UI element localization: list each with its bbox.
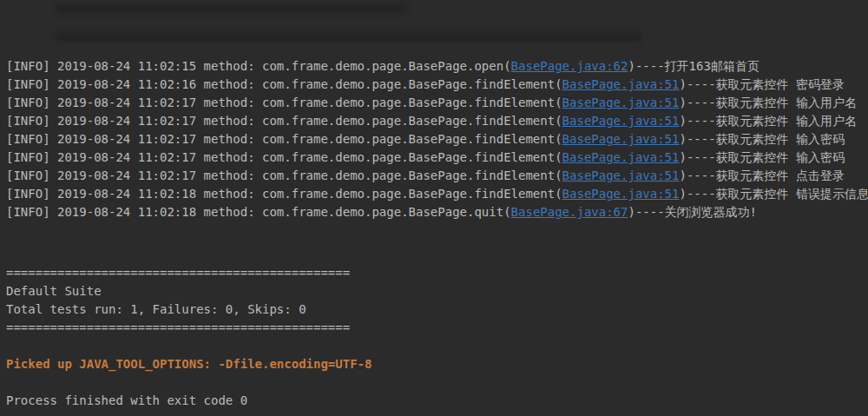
source-link[interactable]: BasePage.java:51 — [562, 187, 680, 201]
log-text: [INFO] 2019-08-24 11:02:17 method: com.f… — [6, 150, 562, 164]
log-line: [INFO] 2019-08-24 11:02:16 method: com.f… — [6, 76, 868, 94]
source-link[interactable]: BasePage.java:51 — [562, 114, 680, 128]
log-text: [INFO] 2019-08-24 11:02:16 method: com.f… — [6, 77, 562, 91]
log-text: [INFO] 2019-08-24 11:02:17 method: com.f… — [6, 114, 562, 128]
stderr-java-tool-options: Picked up JAVA_TOOL_OPTIONS: -Dfile.enco… — [6, 355, 868, 373]
log-line: [INFO] 2019-08-24 11:02:17 method: com.f… — [6, 149, 868, 167]
log-text: [INFO] 2019-08-24 11:02:18 method: com.f… — [6, 205, 511, 219]
log-text: )----获取元素控件 输入用户名 — [679, 114, 857, 128]
log-line: [INFO] 2019-08-24 11:02:17 method: com.f… — [6, 167, 868, 185]
redacted-smudge — [56, 32, 641, 42]
log-line: [INFO] 2019-08-24 11:02:17 method: com.f… — [6, 112, 868, 130]
log-text: [INFO] 2019-08-24 11:02:15 method: com.f… — [6, 59, 511, 73]
source-link[interactable]: BasePage.java:51 — [562, 96, 680, 109]
log-text: )----获取元素控件 输入用户名 — [679, 96, 857, 109]
source-link[interactable]: BasePage.java:51 — [562, 168, 680, 182]
log-text: )----打开163邮箱首页 — [628, 59, 759, 73]
blank-lines — [6, 221, 868, 264]
log-text: )----获取元素控件 输入密码 — [679, 132, 845, 146]
source-link[interactable]: BasePage.java:51 — [562, 150, 680, 164]
source-link[interactable]: BasePage.java:62 — [511, 59, 628, 73]
source-link[interactable]: BasePage.java:67 — [511, 205, 628, 219]
log-text: [INFO] 2019-08-24 11:02:17 method: com.f… — [6, 132, 562, 146]
suite-separator-top: ========================================… — [6, 264, 868, 282]
log-text: )----关闭浏览器成功! — [628, 205, 757, 219]
log-line: [INFO] 2019-08-24 11:02:17 method: com.f… — [6, 94, 868, 112]
log-text: [INFO] 2019-08-24 11:02:17 method: com.f… — [6, 96, 562, 109]
log-text: [INFO] 2019-08-24 11:02:18 method: com.f… — [6, 187, 562, 201]
console-output: [INFO] 2019-08-24 11:02:15 method: com.f… — [0, 0, 868, 416]
blank-line — [6, 373, 868, 392]
suite-name: Default Suite — [6, 282, 868, 300]
suite-separator-bottom: ========================================… — [6, 319, 868, 337]
source-link[interactable]: BasePage.java:51 — [562, 132, 680, 146]
log-text: [INFO] 2019-08-24 11:02:17 method: com.f… — [6, 168, 562, 182]
log-line: [INFO] 2019-08-24 11:02:17 method: com.f… — [6, 130, 868, 149]
suite-totals: Total tests run: 1, Failures: 0, Skips: … — [6, 300, 868, 319]
redacted-smudge — [56, 4, 407, 13]
log-text: )----获取元素控件 点击登录 — [679, 168, 845, 182]
log-line: [INFO] 2019-08-24 11:02:15 method: com.f… — [6, 57, 868, 76]
process-exit-line: Process finished with exit code 0 — [6, 392, 868, 410]
log-text: )----获取元素控件 密码登录 — [679, 77, 845, 91]
log-text: )----获取元素控件 输入密码 — [679, 150, 845, 164]
log-line: [INFO] 2019-08-24 11:02:18 method: com.f… — [6, 185, 868, 203]
blank-line — [6, 337, 868, 355]
log-text: )----获取元素控件 错误提示信息 — [679, 187, 868, 201]
source-link[interactable]: BasePage.java:51 — [562, 77, 680, 91]
log-line: [INFO] 2019-08-24 11:02:18 method: com.f… — [6, 203, 868, 221]
